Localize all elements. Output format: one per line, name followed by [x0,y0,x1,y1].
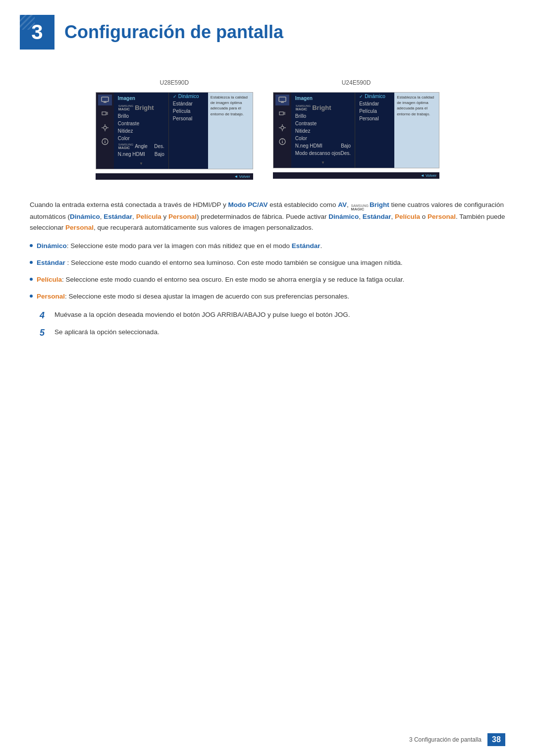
osd-item-nitidez-2: Nitidez [291,127,355,135]
osd-down-arrow-2: ▼ [321,160,325,165]
highlight-dinamico-2: Dinámico [328,213,359,220]
samsung-bright-label-2: Bright [312,104,331,111]
osd-item-contraste-2: Contraste [291,120,355,127]
svg-rect-16 [281,102,284,103]
step-4: 4 Muévase a la opción deseada moviendo e… [40,309,505,322]
osd-item-color-2: Color [291,135,355,142]
osd-info-text-1: Establezca la calidad de imagen óptima a… [211,95,248,116]
chapter-number: 3 [20,15,54,50]
bullet-item-pelicula: Película: Seleccione este modo cuando el… [30,274,505,285]
bullet-text-1: Dinámico: Seleccione este modo para ver … [37,241,322,252]
osd-submenu-2: Dinámico Estándar Película Personal [355,93,394,168]
osd-footer-2: ◄ Volver [273,172,439,179]
osd-sub-pelicula-2: Película [355,107,394,115]
page-footer: 3 Configuración de pantalla 38 [409,733,505,746]
hdmi-label-2: N.neg HDMI [295,143,322,149]
bullet-dot-2 [30,261,33,264]
osd-icon-settings [98,122,112,133]
osd-sub-dinamico-2: Dinámico [355,93,394,100]
osd-item-hdmi-2: N.neg HDMI Bajo [291,142,355,150]
monitor-label-2: U24E590D [342,79,371,86]
osd-info-text-2: Establezca la calidad de imagen óptima a… [397,95,434,116]
samsung-magic-label-1: SAMSUNG MAGIC [118,104,133,111]
svg-point-29 [282,140,283,141]
osd-down-arrow-1: ▼ [139,161,143,166]
numbered-steps: 4 Muévase a la opción deseada moviendo e… [30,309,505,339]
samsung-magic-inline-label: SAMSUNG MAGIC [351,204,369,211]
bullet-list: Dinámico: Seleccione este modo para ver … [30,241,505,302]
osd-sub-personal-1: Personal [169,115,208,122]
highlight-pelicula-1: Película [136,213,161,220]
highlight-modo-pcav: Modo PC/AV [228,201,268,208]
samsung-magic-inline: SAMSUNG MAGIC Bright [351,200,389,211]
highlight-personal-3: Personal [65,224,94,231]
osd-sub-estandar-1: Estándar [169,100,208,107]
osd-menu-2: Imagen SAMSUNG MAGIC Bright Brillo Contr… [291,93,355,168]
osd-brand-row-2: SAMSUNG MAGIC Bright [291,103,355,112]
osd-back-2: ◄ Volver [421,173,436,178]
osd-icon-monitor-2 [275,95,289,105]
bullet-dot-3 [30,278,33,281]
hdmi-value-1: Bajo [155,151,164,157]
footer-chapter-label: 3 Configuración de pantalla [409,736,482,743]
highlight-dinamico-1: Dinámico [70,213,100,220]
osd-footer-1: ◄ Volver [96,173,253,180]
osd-menu-1: Imagen SAMSUNG MAGIC Bright Brillo Contr… [114,93,168,169]
osd-sidebar-2 [273,93,291,168]
osd-item-brillo-1: Brillo [114,112,168,120]
content-para-1: Cuando la entrada externa está conectada… [30,200,505,234]
svg-rect-0 [102,97,108,101]
monitor-block-2: U24E590D Imagen [273,79,439,180]
bullet-dot-4 [30,295,33,298]
monitor-label-1: U28E590D [160,79,189,86]
bullet-term-personal: Personal [37,293,65,300]
step-text-5: Se aplicará la opción seleccionada. [54,327,160,339]
eye-label-2: Modo descanso ojos [295,151,341,156]
osd-icon-info-2 [275,136,289,147]
step-number-4: 4 [40,309,50,322]
step-text-4: Muévase a la opción deseada moviendo el … [54,309,350,322]
monitor-block-1: U28E590D Imagen [96,79,253,180]
hdmi-value-2: Bajo [341,143,351,149]
page-title: Configuración de pantalla [64,22,283,43]
highlight-av: AV [338,201,347,208]
svg-point-7 [104,126,107,129]
step-number-5: 5 [40,327,50,339]
osd-menu-title-1: Imagen [114,95,168,103]
osd-info-1: Establezca la calidad de imagen óptima a… [208,93,253,169]
osd-info-2: Establezca la calidad de imagen óptima a… [394,93,439,168]
osd-item-brillo-2: Brillo [291,112,355,120]
osd-sub-personal-2: Personal [355,115,394,122]
svg-rect-15 [279,97,286,101]
angle-text-1: Angle [135,144,148,149]
bullet-term-estandar: Estándar [37,259,65,266]
monitors-section: U28E590D Imagen [0,64,535,195]
osd-icon-monitor [98,95,112,105]
bullet-text-4: Personal: Seleccione este modo si desea … [37,291,349,302]
osd-item-nitidez-1: Nitidez [114,127,168,135]
osd-brand-row-1: SAMSUNG MAGIC Bright [114,103,168,112]
svg-point-22 [281,126,284,129]
highlight-personal-2: Personal [428,213,456,220]
step-5: 5 Se aplicará la opción seleccionada. [40,327,505,339]
osd-1: Imagen SAMSUNG MAGIC Bright Brillo Contr… [96,92,253,169]
hdmi-label-1: N.neg HDMI [118,151,145,157]
svg-rect-3 [102,112,106,115]
bullet-text-2: Estándar : Seleccione este modo cuando e… [37,257,402,268]
osd-icon-brightness [98,108,112,119]
bullet-estandar-ref: Estándar [292,242,321,250]
osd-submenu-1: Dinámico Estándar Película Personal [168,93,208,169]
highlight-estandar-2: Estándar [363,213,391,220]
bullet-term-pelicula: Película [37,276,62,283]
eye-value-2: Des. [341,151,351,156]
osd-icon-settings-2 [275,122,289,133]
bullet-item-estandar: Estándar : Seleccione este modo cuando e… [30,257,505,268]
osd-sub-pelicula-1: Película [169,107,208,115]
osd-icon-info [98,136,112,147]
osd-menu-title-2: Imagen [291,95,355,103]
svg-rect-18 [279,112,283,115]
osd-sidebar-1 [96,93,114,169]
highlight-personal-1: Personal [168,213,197,220]
osd-back-1: ◄ Volver [234,174,250,179]
svg-rect-1 [104,102,107,103]
